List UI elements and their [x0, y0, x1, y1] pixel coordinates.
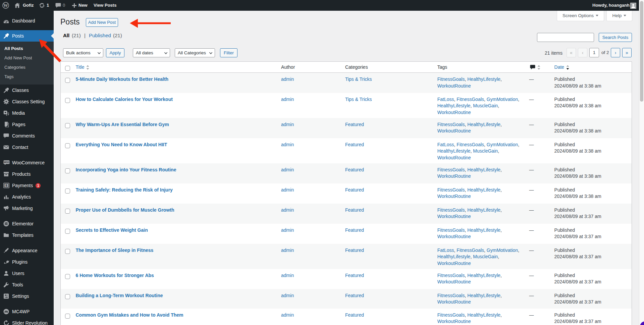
svg-text:W: W	[3, 3, 8, 8]
svg-text:WOO: WOO	[4, 161, 9, 163]
svg-text:$: $	[5, 183, 7, 187]
